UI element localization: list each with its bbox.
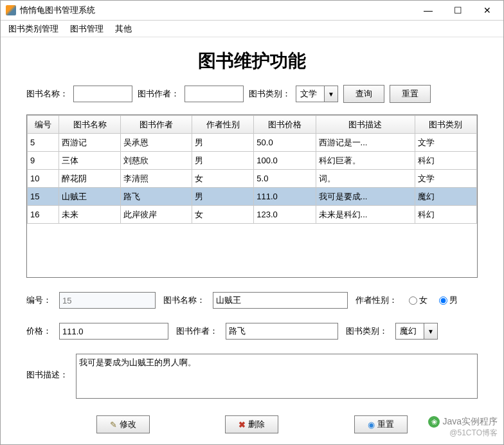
- form-id-input: [59, 292, 156, 309]
- table-cell: 50.0: [254, 134, 316, 152]
- table-cell: 9: [28, 152, 59, 170]
- watermark: ❀Java实例程序 @51CTO博客: [428, 416, 498, 439]
- reset-form-button[interactable]: ◉重置: [354, 415, 408, 433]
- menu-category-mgmt[interactable]: 图书类别管理: [3, 21, 64, 37]
- gender-female-radio[interactable]: 女: [409, 295, 428, 306]
- form-cat-combo[interactable]: 魔幻 ▼: [395, 323, 438, 340]
- form-gender-label: 作者性别：: [356, 295, 397, 306]
- table-cell: 科幻: [415, 152, 476, 170]
- table-cell: 未来是科幻...: [316, 206, 415, 224]
- search-name-input[interactable]: [73, 86, 132, 102]
- table-header[interactable]: 作者性别: [192, 116, 254, 134]
- edit-icon: ✎: [110, 420, 117, 430]
- search-author-input[interactable]: [184, 86, 244, 102]
- table-cell: 科幻: [415, 206, 476, 224]
- table-cell: 123.0: [254, 206, 316, 224]
- search-author-label: 图书作者：: [138, 88, 179, 100]
- form-name-input[interactable]: [213, 292, 348, 309]
- table-cell: 路飞: [121, 188, 192, 206]
- table-cell: 词。: [316, 170, 415, 188]
- query-button[interactable]: 查询: [343, 85, 384, 103]
- form-name-label: 图书名称：: [163, 295, 205, 306]
- form-author-label: 图书作者：: [176, 325, 218, 337]
- menu-book-mgmt[interactable]: 图书管理: [65, 21, 109, 37]
- form-desc-label: 图书描述：: [26, 354, 68, 381]
- table-cell: 魔幻: [415, 188, 476, 206]
- chevron-down-icon[interactable]: ▼: [424, 323, 438, 340]
- minimize-button[interactable]: —: [413, 1, 443, 20]
- table-cell: 100.0: [254, 152, 316, 170]
- form-desc-input[interactable]: [76, 354, 478, 399]
- table-cell: 李清照: [121, 170, 192, 188]
- table-cell: 西游记: [59, 134, 121, 152]
- edit-button[interactable]: ✎修改: [96, 415, 150, 433]
- table-cell: 刘慈欣: [121, 152, 192, 170]
- wechat-icon: ❀: [428, 416, 440, 428]
- search-name-label: 图书名称：: [26, 88, 68, 100]
- table-cell: 醉花阴: [59, 170, 121, 188]
- table-cell: 16: [28, 206, 59, 224]
- table-row[interactable]: 9三体刘慈欣男100.0科幻巨著。科幻: [28, 152, 477, 170]
- table-cell: 文学: [415, 170, 476, 188]
- table-cell: 吴承恩: [121, 134, 192, 152]
- form-id-label: 编号：: [26, 295, 51, 306]
- delete-icon: ✖: [239, 420, 246, 430]
- table-row[interactable]: 15山贼王路飞男111.0我可是要成...魔幻: [28, 188, 477, 206]
- form-price-input[interactable]: [59, 323, 168, 340]
- page-title: 图书维护功能: [26, 49, 478, 73]
- table-cell: 西游记是一...: [316, 134, 415, 152]
- search-category-label: 图书类别：: [249, 88, 291, 100]
- form-author-input[interactable]: [226, 323, 338, 340]
- table-cell: 文学: [415, 134, 476, 152]
- delete-button[interactable]: ✖删除: [225, 415, 278, 433]
- table-cell: 未来: [59, 206, 121, 224]
- gender-male-radio[interactable]: 男: [439, 295, 458, 306]
- table-cell: 男: [192, 152, 254, 170]
- table-header[interactable]: 图书作者: [121, 116, 192, 134]
- table-header[interactable]: 图书价格: [254, 116, 316, 134]
- close-button[interactable]: ✕: [473, 1, 502, 20]
- table-cell: 我可是要成...: [316, 188, 415, 206]
- search-category-value: 文学: [296, 86, 324, 102]
- form-cat-label: 图书类别：: [346, 325, 388, 337]
- form-cat-value: 魔幻: [395, 323, 424, 340]
- form-price-label: 价格：: [26, 325, 51, 337]
- reset-icon: ◉: [368, 420, 375, 430]
- table-cell: 科幻巨著。: [316, 152, 415, 170]
- chevron-down-icon[interactable]: ▼: [324, 86, 338, 102]
- table-cell: 三体: [59, 152, 121, 170]
- table-cell: 女: [192, 170, 254, 188]
- table-header[interactable]: 图书名称: [59, 116, 121, 134]
- table-cell: 111.0: [254, 188, 316, 206]
- table-header[interactable]: 图书描述: [316, 116, 415, 134]
- table-cell: 10: [28, 170, 59, 188]
- table-cell: 5.0: [254, 170, 316, 188]
- table-header[interactable]: 编号: [28, 116, 59, 134]
- table-cell: 5: [28, 134, 59, 152]
- java-app-icon: [6, 5, 16, 15]
- books-table[interactable]: 编号图书名称图书作者作者性别图书价格图书描述图书类别 5西游记吴承恩男50.0西…: [26, 114, 478, 278]
- table-row[interactable]: 5西游记吴承恩男50.0西游记是一...文学: [28, 134, 477, 152]
- table-cell: 此岸彼岸: [121, 206, 192, 224]
- table-cell: 男: [192, 134, 254, 152]
- menu-other[interactable]: 其他: [110, 21, 137, 37]
- search-category-combo[interactable]: 文学 ▼: [296, 86, 338, 102]
- table-cell: 女: [192, 206, 254, 224]
- table-row[interactable]: 10醉花阴李清照女5.0词。文学: [28, 170, 477, 188]
- table-cell: 男: [192, 188, 254, 206]
- table-header[interactable]: 图书类别: [415, 116, 476, 134]
- window-title: 惰惰龟图书管理系统: [20, 5, 413, 16]
- maximize-button[interactable]: ☐: [443, 1, 473, 20]
- table-cell: 山贼王: [59, 188, 121, 206]
- table-cell: 15: [28, 188, 59, 206]
- table-row[interactable]: 16未来此岸彼岸女123.0未来是科幻...科幻: [28, 206, 477, 224]
- reset-search-button[interactable]: 重置: [390, 85, 431, 103]
